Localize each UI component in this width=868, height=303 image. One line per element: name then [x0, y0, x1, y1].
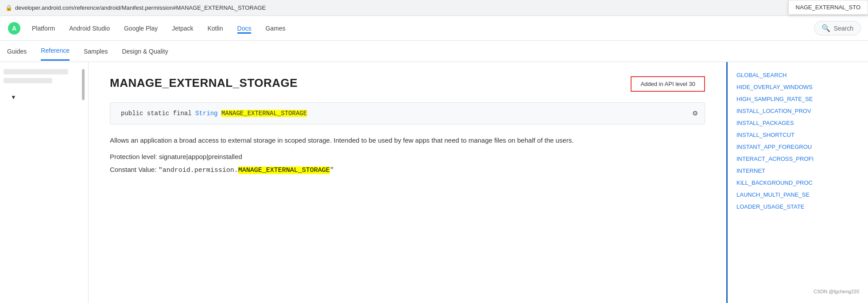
code-block: public static final String MANAGE_EXTERN…	[110, 102, 705, 124]
nav-item-jetpack[interactable]: Jetpack	[172, 23, 193, 34]
svg-text:A: A	[12, 25, 16, 32]
page-title: MANAGE_EXTERNAL_STORAGE	[110, 76, 298, 90]
autocomplete-popup: NAGE_EXTERNAL_STO	[788, 0, 868, 15]
sidebar-dropdown[interactable]: ▼	[4, 90, 85, 104]
main-nav: A Platform Android Studio Google Play Je…	[0, 16, 868, 41]
right-sidebar-item-10[interactable]: LAUNCH_MULTI_PANE_SE	[728, 189, 868, 201]
right-sidebar-item-6[interactable]: INSTANT_APP_FOREGROU	[728, 141, 868, 153]
nav-item-platform[interactable]: Platform	[32, 23, 55, 34]
main-content: MANAGE_EXTERNAL_STORAGE Added in API lev…	[89, 62, 726, 303]
search-label: Search	[834, 25, 853, 32]
right-sidebar-item-8[interactable]: INTERNET	[728, 165, 868, 177]
watermark: CSDN @fgcheng220	[814, 289, 859, 294]
sidebar-scrollbar-thumb[interactable]	[82, 69, 85, 100]
android-logo: A	[7, 21, 21, 35]
constant-value-label: Constant Value:	[110, 166, 159, 173]
code-prefix: public static final	[121, 110, 195, 117]
code-highlight: MANAGE_EXTERNAL_STORAGE	[221, 110, 307, 117]
sidebar-placeholder-1	[4, 69, 68, 74]
nav-item-docs[interactable]: Docs	[237, 23, 252, 34]
left-sidebar: ▼	[0, 62, 89, 303]
content-layout: ▼ MANAGE_EXTERNAL_STORAGE Added in API l…	[0, 62, 868, 303]
constant-value: Constant Value: "android.permission.MANA…	[110, 166, 705, 174]
description: Allows an application a broad access to …	[110, 135, 705, 146]
sub-nav-samples[interactable]: Samples	[84, 43, 108, 60]
nav-item-kotlin[interactable]: Kotlin	[208, 23, 223, 34]
sub-nav: Guides Reference Samples Design & Qualit…	[0, 41, 868, 62]
right-sidebar-item-5[interactable]: INSTALL_SHORTCUT	[728, 129, 868, 141]
right-sidebar-item-9[interactable]: KILL_BACKGROUND_PROC	[728, 177, 868, 189]
sub-nav-guides[interactable]: Guides	[7, 43, 27, 60]
right-sidebar-item-2[interactable]: HIGH_SAMPLING_RATE_SE	[728, 93, 868, 105]
code-type: String	[195, 110, 217, 117]
protection-level: Protection level: signature|appop|preins…	[110, 153, 705, 160]
page-title-area: MANAGE_EXTERNAL_STORAGE Added in API lev…	[110, 76, 705, 92]
nav-item-android-studio[interactable]: Android Studio	[69, 23, 110, 34]
api-level-badge: Added in API level 30	[631, 76, 705, 92]
autocomplete-text: NAGE_EXTERNAL_STO	[796, 4, 860, 11]
right-sidebar: GLOBAL_SEARCH HIDE_OVERLAY_WINDOWS HIGH_…	[726, 62, 868, 303]
right-sidebar-item-3[interactable]: INSTALL_LOCATION_PROV	[728, 105, 868, 117]
nav-items: Platform Android Studio Google Play Jetp…	[32, 23, 814, 34]
nav-search[interactable]: 🔍 Search	[814, 21, 861, 35]
lock-icon: 🔒	[5, 4, 12, 11]
right-sidebar-item-4[interactable]: INSTALL_PACKAGES	[728, 117, 868, 129]
right-sidebar-item-11[interactable]: LOADER_USAGE_STATE	[728, 201, 868, 213]
sub-nav-design-quality[interactable]: Design & Quality	[122, 43, 168, 60]
nav-item-games[interactable]: Games	[265, 23, 285, 34]
sub-nav-reference[interactable]: Reference	[41, 42, 70, 61]
sidebar-scrollbar-track	[82, 69, 85, 83]
address-bar: 🔒 developer.android.com/reference/androi…	[0, 0, 868, 16]
settings-icon[interactable]: ⚙	[693, 108, 698, 118]
address-url: developer.android.com/reference/android/…	[15, 4, 266, 11]
search-icon: 🔍	[822, 24, 830, 32]
right-sidebar-item-7[interactable]: INTERACT_ACROSS_PROFI	[728, 153, 868, 165]
dropdown-chevron-icon: ▼	[11, 94, 16, 101]
sidebar-placeholder-2	[4, 78, 52, 83]
constant-value-string: "android.permission.MANAGE_EXTERNAL_STOR…	[159, 167, 334, 174]
right-sidebar-item-0[interactable]: GLOBAL_SEARCH	[728, 69, 868, 81]
nav-item-google-play[interactable]: Google Play	[124, 23, 158, 34]
right-sidebar-item-1[interactable]: HIDE_OVERLAY_WINDOWS	[728, 81, 868, 93]
